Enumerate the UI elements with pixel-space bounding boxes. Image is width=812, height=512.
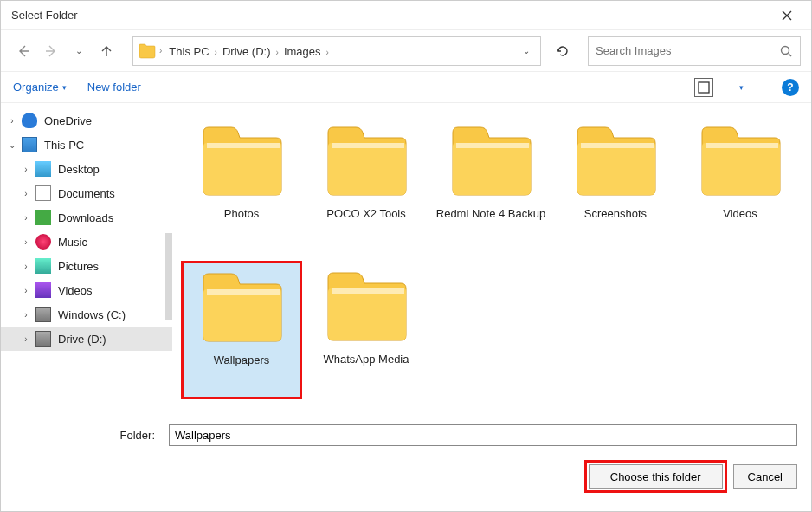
nav-recent-button[interactable]: ⌄: [67, 39, 91, 63]
view-mode-button[interactable]: [694, 78, 713, 97]
tree-node[interactable]: Documents: [1, 181, 172, 205]
folder-icon: [572, 122, 659, 198]
folder-icon: [198, 122, 285, 198]
organize-label: Organize: [13, 81, 59, 94]
tree-node[interactable]: OneDrive: [1, 108, 172, 133]
organize-menu[interactable]: Organize ▾: [13, 81, 67, 94]
expand-chevron-icon[interactable]: [20, 213, 32, 223]
folder-item-label: Wallpapers: [214, 353, 270, 367]
navigation-tree[interactable]: OneDriveThis PCDesktopDocumentsDownloads…: [1, 103, 172, 415]
vid-icon: [35, 282, 51, 298]
folder-item[interactable]: POCO X2 Tools: [306, 115, 427, 254]
folder-item[interactable]: Videos: [680, 115, 801, 254]
tree-node-label: Windows (C:): [58, 308, 126, 321]
tree-node[interactable]: Videos: [1, 278, 172, 302]
search-icon: [779, 44, 793, 58]
pic-icon: [35, 258, 51, 274]
address-dropdown-button[interactable]: ⌄: [518, 46, 535, 55]
cancel-button[interactable]: Cancel: [733, 464, 797, 489]
refresh-button[interactable]: [548, 36, 577, 66]
folder-icon: [448, 122, 534, 198]
tree-node-label: Music: [58, 236, 87, 249]
expand-chevron-icon[interactable]: [20, 334, 32, 344]
dl-icon: [35, 210, 51, 225]
breadcrumb-segment[interactable]: This PC: [165, 45, 212, 58]
view-icon: [698, 81, 710, 94]
tree-node-label: Pictures: [58, 260, 99, 273]
doc-icon: [35, 185, 51, 201]
help-button[interactable]: ?: [782, 79, 799, 96]
breadcrumb-segment[interactable]: Drive (D:): [219, 45, 274, 58]
refresh-icon: [556, 44, 570, 58]
folder-item[interactable]: Wallpapers: [181, 261, 302, 399]
search-box[interactable]: [588, 36, 801, 66]
nav-back-button[interactable]: [11, 39, 35, 63]
svg-point-0: [782, 46, 789, 54]
folder-icon: [323, 122, 409, 198]
expand-chevron-icon[interactable]: [20, 237, 32, 247]
arrow-right-icon: [44, 44, 58, 58]
help-icon: ?: [787, 81, 793, 94]
folder-item[interactable]: Photos: [181, 115, 302, 254]
tree-node[interactable]: Music: [1, 230, 172, 254]
chevron-right-icon: ›: [158, 46, 164, 55]
folder-icon: [139, 42, 156, 60]
pc-icon: [22, 137, 37, 152]
tree-node-label: This PC: [44, 139, 84, 152]
breadcrumb-segment[interactable]: Images: [280, 45, 325, 58]
folder-item-label: WhatsApp Media: [324, 353, 409, 366]
tree-node[interactable]: Desktop: [1, 157, 172, 181]
expand-chevron-icon[interactable]: [20, 310, 32, 320]
svg-rect-1: [699, 82, 709, 93]
arrow-up-icon: [100, 44, 113, 58]
new-folder-label: New folder: [87, 81, 141, 94]
folder-field-input[interactable]: [169, 424, 797, 446]
nav-up-button[interactable]: [94, 39, 119, 63]
expand-chevron-icon[interactable]: [20, 286, 32, 295]
address-bar[interactable]: › This PC›Drive (D:)›Images› ⌄: [132, 36, 541, 66]
tree-node-label: Videos: [58, 284, 93, 297]
choose-folder-button[interactable]: Choose this folder: [589, 464, 723, 489]
folder-item-label: Screenshots: [584, 207, 647, 221]
scrollbar[interactable]: [165, 233, 172, 320]
folder-item-label: Redmi Note 4 Backup: [436, 207, 545, 221]
cloud-icon: [22, 113, 37, 128]
expand-chevron-icon[interactable]: [20, 262, 32, 271]
view-mode-dropdown[interactable]: ▾: [739, 83, 744, 92]
expand-chevron-icon[interactable]: [6, 140, 18, 150]
search-input[interactable]: [596, 44, 779, 57]
chevron-right-icon: ›: [213, 48, 219, 57]
tree-node-label: Documents: [58, 187, 115, 200]
close-icon: [782, 10, 792, 21]
folder-content-grid[interactable]: PhotosPOCO X2 ToolsRedmi Note 4 BackupSc…: [172, 103, 811, 415]
folder-item[interactable]: WhatsApp Media: [306, 261, 427, 399]
tree-node[interactable]: Pictures: [1, 254, 172, 278]
folder-icon: [323, 268, 409, 344]
tree-node[interactable]: Downloads: [1, 205, 172, 230]
drive-icon: [35, 307, 51, 322]
tree-node-label: Drive (D:): [58, 333, 106, 346]
folder-item[interactable]: Screenshots: [555, 115, 676, 254]
tree-node-label: Desktop: [58, 163, 100, 176]
folder-item-label: Photos: [224, 207, 259, 221]
expand-chevron-icon[interactable]: [20, 189, 32, 198]
window-title: Select Folder: [11, 9, 78, 22]
folder-item-label: POCO X2 Tools: [326, 207, 406, 221]
close-button[interactable]: [770, 3, 804, 28]
music-icon: [35, 234, 51, 250]
caret-down-icon: ▾: [62, 83, 67, 92]
expand-chevron-icon[interactable]: [6, 116, 18, 126]
folder-item-label: Videos: [723, 207, 757, 221]
folder-icon: [198, 269, 285, 345]
folder-item[interactable]: Redmi Note 4 Backup: [430, 115, 551, 254]
chevron-right-icon: ›: [325, 48, 331, 57]
chevron-right-icon: ›: [274, 48, 280, 57]
nav-forward-button[interactable]: [39, 39, 63, 63]
tree-node[interactable]: Windows (C:): [1, 302, 172, 327]
folder-icon: [697, 122, 783, 198]
expand-chevron-icon[interactable]: [20, 165, 32, 174]
new-folder-button[interactable]: New folder: [87, 81, 141, 94]
tree-node[interactable]: This PC: [1, 133, 172, 157]
folder-field-label: Folder:: [15, 429, 162, 442]
tree-node[interactable]: Drive (D:): [1, 327, 172, 351]
